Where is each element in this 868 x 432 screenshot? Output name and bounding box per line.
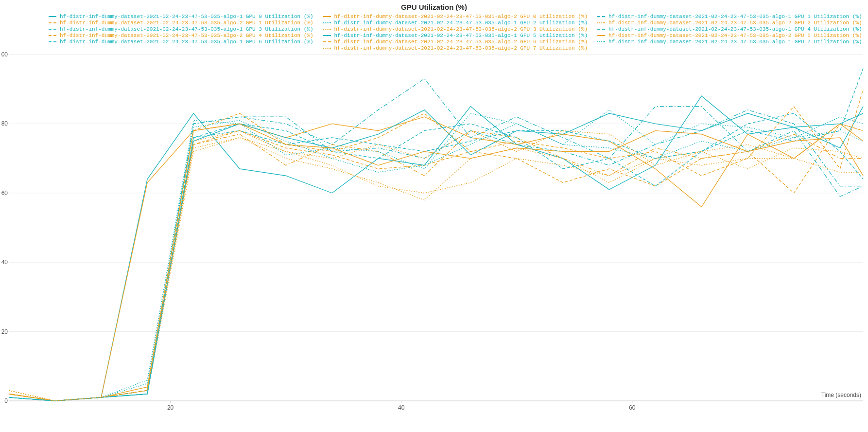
- chart-plot: 02040608000204060Time (seconds): [0, 0, 868, 432]
- y-tick-label: 20: [1, 328, 8, 335]
- y-tick-label: 00: [1, 51, 8, 58]
- x-axis-title: Time (seconds): [821, 392, 861, 398]
- series-line[interactable]: [9, 113, 863, 401]
- series-line[interactable]: [9, 96, 863, 401]
- series-line[interactable]: [9, 131, 863, 401]
- y-tick-label: 60: [1, 190, 8, 197]
- x-tick-label: 20: [167, 404, 174, 411]
- x-tick-label: 40: [398, 404, 405, 411]
- series-line[interactable]: [9, 117, 863, 401]
- series-line[interactable]: [9, 89, 863, 401]
- y-tick-label: 40: [1, 259, 8, 266]
- chart-root: GPU Utilization (%) hf-distr-inf-dummy-d…: [0, 0, 868, 432]
- x-tick-label: 60: [629, 404, 636, 411]
- series-line[interactable]: [9, 138, 863, 401]
- y-tick-label: 80: [1, 120, 8, 127]
- series-line[interactable]: [9, 113, 863, 401]
- series-line[interactable]: [9, 79, 863, 401]
- series-line[interactable]: [9, 131, 863, 401]
- y-tick-label: 0: [4, 397, 8, 404]
